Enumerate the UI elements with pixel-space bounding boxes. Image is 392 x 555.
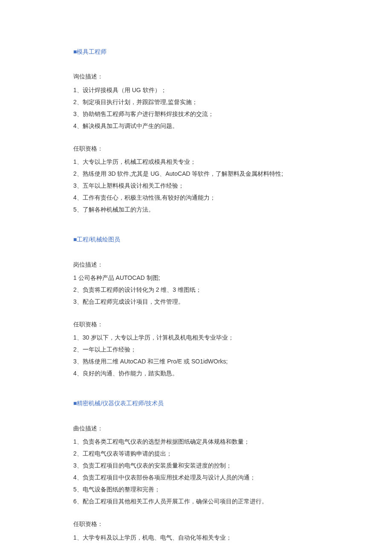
- job-title-1: ■工程/机械绘图员: [73, 235, 319, 244]
- list-item: 2、熟练使用 3D 软件,尤其是 UG、AutoCAD 等软件，了解塑料及金属材…: [73, 168, 319, 180]
- job-title-0: ■模具工程师: [73, 47, 319, 56]
- job-title-2: ■精密机械/仪器仪表工程师/技术员: [73, 398, 319, 408]
- job-title-text: 模具工程师: [77, 48, 107, 55]
- list-item: 3、负责工程项目的电气仪表的安装质量和安装进度的控制；: [73, 459, 319, 471]
- job-title-text: 精密机械/仪器仪表工程师/技术员: [77, 400, 164, 407]
- list-item: 1、大学专科及以上学历，机电、电气、自动化等相关专业；: [73, 532, 319, 543]
- qualification-label-2: 任职资格：: [73, 519, 319, 529]
- list-item: 4、工作有责任心，积极主动性强,有较好的沟通能力；: [73, 192, 319, 203]
- list-item: 3、配合工程师完成设计项目，文件管理。: [73, 296, 319, 308]
- qualification-list-1: 1、30 岁以下，大专以上学历，计算机及机电相关专业毕业； 2、一年以上工作经验…: [73, 331, 319, 379]
- qualification-label-0: 任职资格：: [73, 144, 319, 153]
- list-item: 1、设计焊接模具（用 UG 软件）；: [73, 84, 319, 96]
- job-section-2: ■精密机械/仪器仪表工程师/技术员 曲位描述： 1、负责各类工程电气仪表的选型并…: [73, 398, 319, 543]
- list-item: 2、负责将工程师的设计转化为 2 维、3 维图纸；: [73, 284, 319, 296]
- list-item: 4、解决模具加工与调试中产生的问题。: [73, 120, 319, 132]
- description-list-0: 1、设计焊接模具（用 UG 软件）； 2、制定项目执行计划，并跟踪管理,监督实施…: [73, 84, 319, 132]
- job-section-1: ■工程/机械绘图员 岗位描述： 1 公司各种产品 AUTOCAD 制图; 2、负…: [73, 235, 319, 379]
- list-item: 3、协助销售工程师与客户进行塑料焊接技术的交流；: [73, 108, 319, 120]
- list-item: 2、工程电气仪表等请购申请的提出；: [73, 447, 319, 459]
- list-item: 5、电气设备图纸的整理和完善；: [73, 483, 319, 495]
- list-item: 2、一年以上工作经验；: [73, 343, 319, 355]
- list-item: 3、熟练使用二维 AUtoCAD 和三维 Pro/E 或 SO1idWOrks;: [73, 355, 319, 367]
- list-item: 4、负责工程项目中仪表部份各项应用技术处理及与设计人员的沟通；: [73, 471, 319, 483]
- job-title-text: 工程/机械绘图员: [77, 236, 120, 243]
- list-item: 2、制定项目执行计划，并跟踪管理,监督实施；: [73, 96, 319, 108]
- qualification-list-0: 1、大专以上学历，机械工程或模具相关专业； 2、熟练使用 3D 软件,尤其是 U…: [73, 156, 319, 215]
- qualification-label-1: 任职资格：: [73, 320, 319, 329]
- list-item: 4、良好的沟通、协作能力，踏实勤恳。: [73, 367, 319, 379]
- qualification-list-2: 1、大学专科及以上学历，机电、电气、自动化等相关专业；: [73, 532, 319, 543]
- list-item: 5、了解各种机械加工的方法。: [73, 203, 319, 215]
- list-item: 1 公司各种产品 AUTOCAD 制图;: [73, 272, 319, 284]
- description-list-2: 1、负责各类工程电气仪表的选型并根据图纸确定具体规格和数量； 2、工程电气仪表等…: [73, 436, 319, 507]
- description-label-0: 询位描述：: [73, 72, 319, 81]
- description-label-2: 曲位描述：: [73, 424, 319, 433]
- description-label-1: 岗位描述：: [73, 260, 319, 269]
- job-section-0: ■模具工程师 询位描述： 1、设计焊接模具（用 UG 软件）； 2、制定项目执行…: [73, 47, 319, 215]
- description-list-1: 1 公司各种产品 AUTOCAD 制图; 2、负责将工程师的设计转化为 2 维、…: [73, 272, 319, 308]
- list-item: 1、大专以上学历，机械工程或模具相关专业；: [73, 156, 319, 168]
- list-item: 6、配合工程项目其他相关工作人员开展工作，确保公司项目的正常进行。: [73, 495, 319, 507]
- list-item: 1、负责各类工程电气仪表的选型并根据图纸确定具体规格和数量；: [73, 436, 319, 447]
- list-item: 1、30 岁以下，大专以上学历，计算机及机电相关专业毕业；: [73, 331, 319, 343]
- list-item: 3、五年以上塑料模具设计相关工作经验；: [73, 180, 319, 192]
